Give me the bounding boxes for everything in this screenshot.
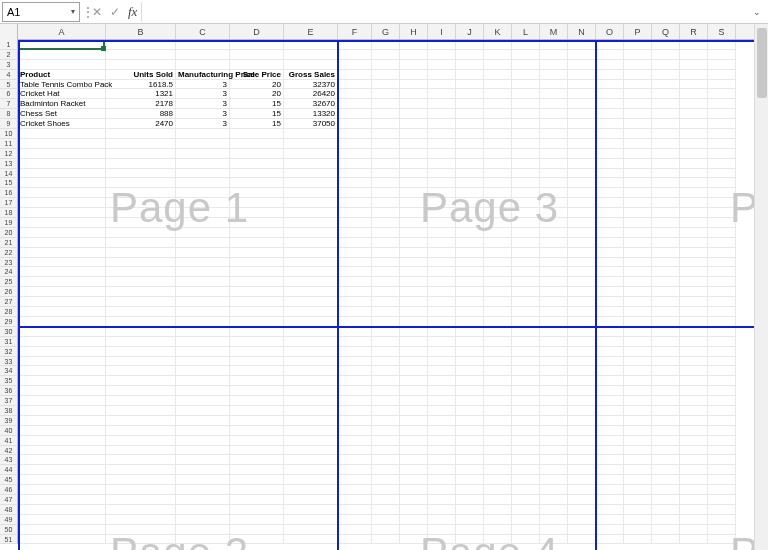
cell-R9[interactable] bbox=[680, 119, 708, 129]
cell-E27[interactable] bbox=[284, 297, 338, 307]
cell-C46[interactable] bbox=[176, 485, 230, 495]
cell-H42[interactable] bbox=[400, 446, 428, 456]
cell-R21[interactable] bbox=[680, 238, 708, 248]
cell-A16[interactable] bbox=[18, 188, 106, 198]
cell-M18[interactable] bbox=[540, 208, 568, 218]
cell-E20[interactable] bbox=[284, 228, 338, 238]
cell-R32[interactable] bbox=[680, 347, 708, 357]
cell-R4[interactable] bbox=[680, 70, 708, 80]
cell-R30[interactable] bbox=[680, 327, 708, 337]
cell-D42[interactable] bbox=[230, 446, 284, 456]
cell-Q37[interactable] bbox=[652, 396, 680, 406]
cell-L41[interactable] bbox=[512, 436, 540, 446]
cell-R42[interactable] bbox=[680, 446, 708, 456]
cell-R28[interactable] bbox=[680, 307, 708, 317]
row-header-27[interactable]: 27 bbox=[0, 297, 18, 307]
cell-G24[interactable] bbox=[372, 267, 400, 277]
cell-O49[interactable] bbox=[596, 515, 624, 525]
cell-O7[interactable] bbox=[596, 99, 624, 109]
cell-P43[interactable] bbox=[624, 455, 652, 465]
cell-R12[interactable] bbox=[680, 149, 708, 159]
cell-I41[interactable] bbox=[428, 436, 456, 446]
cell-E7[interactable]: 32670 bbox=[284, 99, 338, 109]
cell-L32[interactable] bbox=[512, 347, 540, 357]
cell-F6[interactable] bbox=[338, 89, 372, 99]
cell-C2[interactable] bbox=[176, 50, 230, 60]
cell-G11[interactable] bbox=[372, 139, 400, 149]
cell-E32[interactable] bbox=[284, 347, 338, 357]
cell-I26[interactable] bbox=[428, 287, 456, 297]
cell-C5[interactable]: 3 bbox=[176, 80, 230, 90]
cell-J15[interactable] bbox=[456, 178, 484, 188]
cell-L19[interactable] bbox=[512, 218, 540, 228]
cell-Q39[interactable] bbox=[652, 416, 680, 426]
cell-I18[interactable] bbox=[428, 208, 456, 218]
cell-A45[interactable] bbox=[18, 475, 106, 485]
cell-Q14[interactable] bbox=[652, 169, 680, 179]
cell-S36[interactable] bbox=[708, 386, 736, 396]
cell-N47[interactable] bbox=[568, 495, 596, 505]
cell-B17[interactable] bbox=[106, 198, 176, 208]
cell-O28[interactable] bbox=[596, 307, 624, 317]
cell-K36[interactable] bbox=[484, 386, 512, 396]
cell-J50[interactable] bbox=[456, 525, 484, 535]
cell-O38[interactable] bbox=[596, 406, 624, 416]
cell-Q30[interactable] bbox=[652, 327, 680, 337]
cell-C8[interactable]: 3 bbox=[176, 109, 230, 119]
cell-E15[interactable] bbox=[284, 178, 338, 188]
cell-R16[interactable] bbox=[680, 188, 708, 198]
cell-M1[interactable] bbox=[540, 40, 568, 50]
cell-S48[interactable] bbox=[708, 505, 736, 515]
cell-H2[interactable] bbox=[400, 50, 428, 60]
row-header-20[interactable]: 20 bbox=[0, 228, 18, 238]
row-header-49[interactable]: 49 bbox=[0, 515, 18, 525]
cell-P27[interactable] bbox=[624, 297, 652, 307]
cell-I10[interactable] bbox=[428, 129, 456, 139]
cell-G36[interactable] bbox=[372, 386, 400, 396]
cell-G51[interactable] bbox=[372, 535, 400, 545]
cell-R45[interactable] bbox=[680, 475, 708, 485]
cell-P16[interactable] bbox=[624, 188, 652, 198]
cell-N17[interactable] bbox=[568, 198, 596, 208]
cell-B42[interactable] bbox=[106, 446, 176, 456]
cell-Q32[interactable] bbox=[652, 347, 680, 357]
row-header-30[interactable]: 30 bbox=[0, 327, 18, 337]
cell-B1[interactable] bbox=[106, 40, 176, 50]
cell-P40[interactable] bbox=[624, 426, 652, 436]
cell-N36[interactable] bbox=[568, 386, 596, 396]
cell-O26[interactable] bbox=[596, 287, 624, 297]
cell-I29[interactable] bbox=[428, 317, 456, 327]
cell-D9[interactable]: 15 bbox=[230, 119, 284, 129]
cell-O40[interactable] bbox=[596, 426, 624, 436]
cell-F43[interactable] bbox=[338, 455, 372, 465]
cell-N39[interactable] bbox=[568, 416, 596, 426]
cell-H32[interactable] bbox=[400, 347, 428, 357]
cell-B32[interactable] bbox=[106, 347, 176, 357]
cell-L48[interactable] bbox=[512, 505, 540, 515]
cell-N34[interactable] bbox=[568, 366, 596, 376]
cell-H24[interactable] bbox=[400, 267, 428, 277]
cell-G10[interactable] bbox=[372, 129, 400, 139]
cell-K37[interactable] bbox=[484, 396, 512, 406]
cell-R41[interactable] bbox=[680, 436, 708, 446]
row-header-15[interactable]: 15 bbox=[0, 178, 18, 188]
cell-I5[interactable] bbox=[428, 80, 456, 90]
cell-I15[interactable] bbox=[428, 178, 456, 188]
col-header-F[interactable]: F bbox=[338, 24, 372, 39]
cell-F19[interactable] bbox=[338, 218, 372, 228]
row-header-5[interactable]: 5 bbox=[0, 80, 18, 90]
cell-M36[interactable] bbox=[540, 386, 568, 396]
cell-F20[interactable] bbox=[338, 228, 372, 238]
cell-M15[interactable] bbox=[540, 178, 568, 188]
cell-H49[interactable] bbox=[400, 515, 428, 525]
cell-N28[interactable] bbox=[568, 307, 596, 317]
cell-J10[interactable] bbox=[456, 129, 484, 139]
cell-B37[interactable] bbox=[106, 396, 176, 406]
cell-K46[interactable] bbox=[484, 485, 512, 495]
cell-P39[interactable] bbox=[624, 416, 652, 426]
cell-R11[interactable] bbox=[680, 139, 708, 149]
cell-O21[interactable] bbox=[596, 238, 624, 248]
cell-N8[interactable] bbox=[568, 109, 596, 119]
cell-M49[interactable] bbox=[540, 515, 568, 525]
cell-D44[interactable] bbox=[230, 465, 284, 475]
